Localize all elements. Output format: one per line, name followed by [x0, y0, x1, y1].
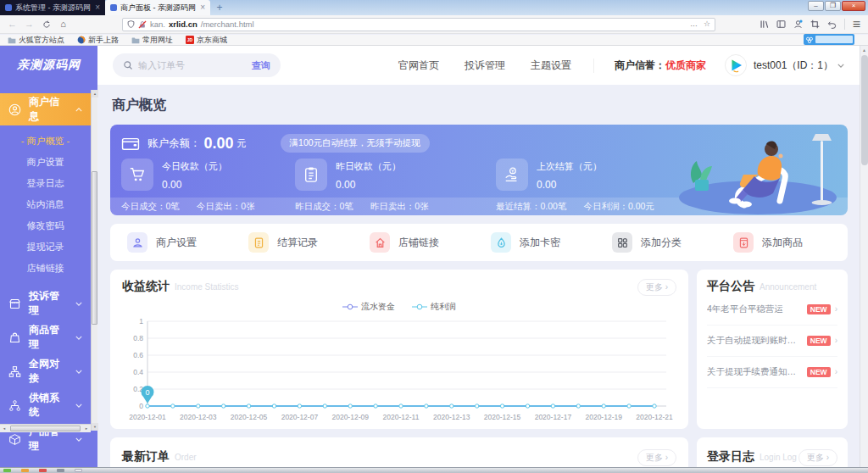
back-icon[interactable]: ← — [6, 18, 19, 31]
announcement-item[interactable]: 4年老平台平稳营运 NEW › — [707, 294, 837, 326]
browser-scrollbar[interactable]: ▲ — [860, 46, 868, 467]
group-chevron-down-icon — [75, 302, 82, 306]
bookmark-item[interactable]: JD 京东商城 — [186, 35, 227, 46]
taskbar-item[interactable] — [39, 469, 47, 472]
stat-label: 昨日收款（元） — [336, 160, 401, 173]
content: 商户概览 账户余额： 0.00 元 满100元自动结算，无须手动提现 今日收款（… — [97, 85, 860, 467]
bookmark-item[interactable]: 常用网址 — [131, 35, 173, 46]
sidebar-group[interactable]: 全网对接 — [0, 355, 91, 387]
legend-item[interactable]: 流水资金 — [342, 301, 395, 313]
window-minimize-icon[interactable]: – — [808, 1, 824, 11]
nav-link-theme[interactable]: 主题设置 — [531, 58, 571, 73]
footer-stat: 昨日卖出：0张 — [370, 201, 429, 213]
stat-label: 上次结算（元） — [537, 160, 602, 173]
scrollbar-thumb[interactable] — [92, 171, 97, 325]
sidebar-group-label: 投诉管理 — [29, 289, 68, 318]
sidebar-submenu-item[interactable]: 登录日志 — [0, 173, 91, 194]
search-button[interactable]: 查询 — [252, 59, 270, 72]
quick-action-add-category[interactable]: 添加分类 — [600, 232, 721, 253]
nav-link-home[interactable]: 官网首页 — [398, 58, 439, 73]
more-button[interactable]: 更多 › — [637, 449, 676, 466]
url-bar[interactable]: kan.xrlid.cn/merchant.html … ☆ — [122, 18, 715, 31]
new-tab-icon[interactable]: + — [210, 0, 229, 15]
browser-extension-widget[interactable] — [804, 34, 854, 45]
sidebar-submenu-item[interactable]: - 商户概览 - — [0, 131, 91, 152]
sidebar-submenu-item[interactable]: 站内消息 — [0, 194, 91, 215]
windows-taskbar[interactable] — [0, 467, 868, 473]
more-button[interactable]: 更多 › — [637, 279, 676, 296]
income-chart: 00.20.40.60.812020-12-012020-12-032020-1… — [122, 313, 676, 425]
scroll-right-icon[interactable]: ► — [82, 427, 91, 431]
tab-favicon — [5, 4, 12, 11]
bookmark-star-icon[interactable]: ☆ — [704, 20, 710, 28]
scrollbar-thumb[interactable] — [861, 55, 868, 165]
refresh-icon[interactable] — [40, 18, 53, 31]
page-actions-icon[interactable]: … — [690, 20, 698, 28]
chevron-down-icon[interactable] — [837, 64, 844, 68]
sidebar-submenu-item[interactable]: 商户设置 — [0, 152, 91, 173]
insecure-lock-icon[interactable] — [138, 20, 147, 29]
home-icon[interactable]: ⌂ — [57, 18, 70, 31]
taskbar-item[interactable] — [75, 469, 82, 472]
shield-icon[interactable] — [127, 20, 135, 28]
window-close-icon[interactable]: × — [842, 1, 865, 11]
tab-close-icon[interactable]: × — [95, 3, 100, 12]
login-log-card: 登录日志 Login Log 更多 › — [697, 437, 848, 467]
quick-action-shop-link[interactable]: 店铺链接 — [358, 232, 479, 253]
tab-title: 系统管理 - 亲测源码网 www.q — [15, 3, 92, 14]
nav-link-complaints[interactable]: 投诉管理 — [465, 58, 505, 73]
browser-tab-active[interactable]: 商户面板 - 亲测源码网 www.q × — [105, 0, 210, 15]
scroll-up-icon[interactable]: ▲ — [92, 90, 98, 97]
bookmark-item[interactable]: 火狐官方站点 — [8, 35, 64, 46]
scroll-left-icon[interactable]: ◄ — [0, 427, 8, 431]
quick-action-merchant-settings[interactable]: 商户设置 — [115, 232, 236, 253]
undo-icon[interactable] — [827, 19, 837, 29]
account-icon[interactable] — [793, 19, 803, 29]
taskbar-item[interactable] — [57, 469, 64, 472]
toolbar-divider — [844, 19, 845, 30]
window-maximize-icon[interactable]: ❐ — [825, 1, 841, 11]
sidebar-submenu-item[interactable]: 店铺链接 — [0, 258, 91, 279]
new-badge: NEW — [807, 304, 831, 314]
browser-navbar: ← → ⌂ kan.xrlid.cn/merchant.html … ☆ ≡ — [0, 15, 868, 34]
avatar[interactable] — [725, 54, 747, 76]
quick-action-label: 结算记录 — [277, 236, 318, 250]
package-icon — [733, 232, 754, 253]
sidebar-submenu-item[interactable]: 修改密码 — [0, 215, 91, 236]
legend-item[interactable]: 纯利润 — [412, 301, 456, 313]
card-subtitle: Login Log — [760, 453, 797, 462]
taskbar-item[interactable] — [21, 469, 29, 472]
sidebar-group[interactable]: 商品管理 — [0, 321, 91, 353]
search-input[interactable] — [138, 60, 247, 70]
sidebar-group-merchant-info[interactable]: 商户信息 — [0, 93, 91, 125]
scroll-down-icon[interactable]: ▼ — [92, 423, 98, 431]
taskbar-item[interactable] — [3, 469, 11, 472]
sidebar-group[interactable]: 供销系统 — [0, 389, 91, 421]
announcement-item[interactable]: 关于自动提现到账时间通知必看 NEW › — [707, 326, 837, 357]
card-title: 收益统计 — [122, 279, 170, 294]
scroll-up-icon[interactable]: ▲ — [860, 46, 868, 54]
library-icon[interactable] — [760, 19, 769, 29]
bookmark-item[interactable]: 新手上路 — [77, 35, 119, 46]
more-button[interactable]: 更多 › — [798, 449, 837, 466]
bag-icon — [8, 331, 21, 344]
sidebar-toggle-icon[interactable] — [776, 19, 786, 29]
username[interactable]: test001（ID：1） — [754, 58, 833, 73]
quick-action-settlement-records[interactable]: 结算记录 — [236, 232, 358, 253]
quick-action-add-product[interactable]: 添加商品 — [721, 232, 843, 253]
extension-input[interactable] — [815, 36, 853, 43]
sidebar-submenu-item[interactable]: 提现记录 — [0, 236, 91, 258]
sidebar-vertical-scrollbar[interactable]: ▲ ▼ — [91, 90, 97, 431]
quick-action-add-card-key[interactable]: 添加卡密 — [479, 232, 600, 253]
tab-close-icon[interactable]: × — [200, 3, 205, 12]
stat-value: 0.00 — [162, 179, 227, 191]
forward-icon[interactable]: → — [23, 18, 36, 31]
scrollbar-thumb[interactable] — [10, 426, 81, 431]
sidebar-group[interactable]: 投诉管理 — [0, 287, 91, 320]
browser-tab-inactive[interactable]: 系统管理 - 亲测源码网 www.q × — [0, 0, 105, 15]
sidebar-horizontal-scrollbar[interactable]: ◄ ► — [0, 424, 91, 432]
menu-icon[interactable]: ≡ — [853, 18, 860, 31]
site-logo[interactable]: 亲测源码网 — [0, 46, 97, 85]
screen: 系统管理 - 亲测源码网 www.q × 商户面板 - 亲测源码网 www.q … — [0, 0, 868, 473]
announcement-item[interactable]: 关于提现手续费通知必看 NEW › — [707, 357, 837, 388]
